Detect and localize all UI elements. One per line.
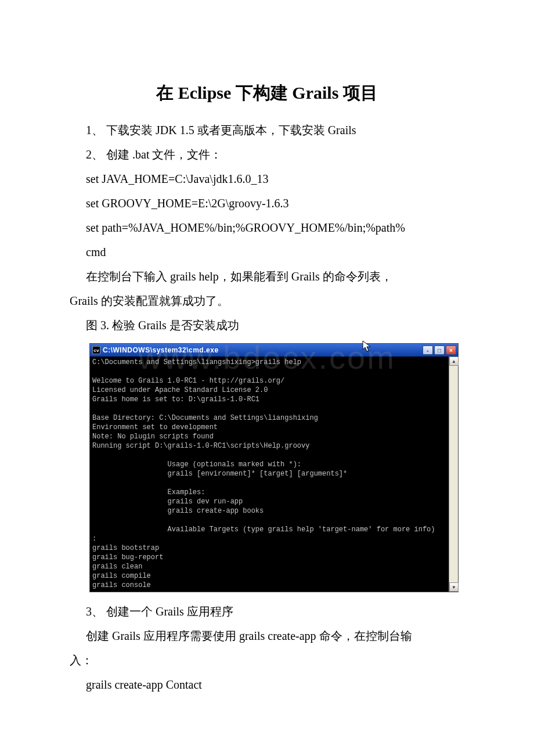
console-output: C:\Documents and Settings\liangshixing>g… xyxy=(90,357,449,592)
cmd-window: cv C:\WINDOWS\system32\cmd.exe - □ × C:\… xyxy=(89,343,459,592)
step-1: 1、 下载安装 JDK 1.5 或者更高版本，下载安装 Grails xyxy=(70,119,464,141)
paragraph-help-2: Grails 的安装配置就算成功了。 xyxy=(70,290,464,312)
step-3: 3、 创建一个 Grails 应用程序 xyxy=(70,600,464,622)
code-line-3: set path=%JAVA_HOME%/bin;%GROOVY_HOME%/b… xyxy=(70,217,464,239)
figure-caption: 图 3. 检验 Grails 是否安装成功 xyxy=(70,314,464,336)
step-2: 2、 创建 .bat 文件，文件： xyxy=(70,143,464,165)
minimize-button[interactable]: - xyxy=(423,345,433,355)
code-create-app: grails create-app Contact xyxy=(70,674,464,696)
scroll-down-button[interactable]: ▼ xyxy=(449,582,459,592)
code-line-1: set JAVA_HOME=C:\Java\jdk1.6.0_13 xyxy=(70,168,464,190)
console-body: C:\Documents and Settings\liangshixing>g… xyxy=(90,357,458,592)
page-title: 在 Eclipse 下构建 Grails 项目 xyxy=(70,81,464,105)
code-line-4: cmd xyxy=(70,241,464,263)
window-title: C:\WINDOWS\system32\cmd.exe xyxy=(103,346,423,354)
paragraph-help-1: 在控制台下输入 grails help，如果能看到 Grails 的命令列表， xyxy=(70,265,464,287)
window-titlebar: cv C:\WINDOWS\system32\cmd.exe - □ × xyxy=(90,344,458,357)
paragraph-create-1: 创建 Grails 应用程序需要使用 grails create-app 命令，… xyxy=(70,625,464,647)
close-button[interactable]: × xyxy=(446,345,456,355)
maximize-button[interactable]: □ xyxy=(434,345,445,355)
paragraph-create-2: 入： xyxy=(70,649,464,671)
scroll-up-button[interactable]: ▲ xyxy=(449,357,459,366)
cmd-icon: cv xyxy=(92,346,100,354)
console-screenshot: cv C:\WINDOWS\system32\cmd.exe - □ × C:\… xyxy=(89,343,464,592)
window-buttons: - □ × xyxy=(423,345,456,355)
vertical-scrollbar[interactable]: ▲ ▼ xyxy=(449,357,458,592)
code-line-2: set GROOVY_HOME=E:\2G\groovy-1.6.3 xyxy=(70,192,464,214)
